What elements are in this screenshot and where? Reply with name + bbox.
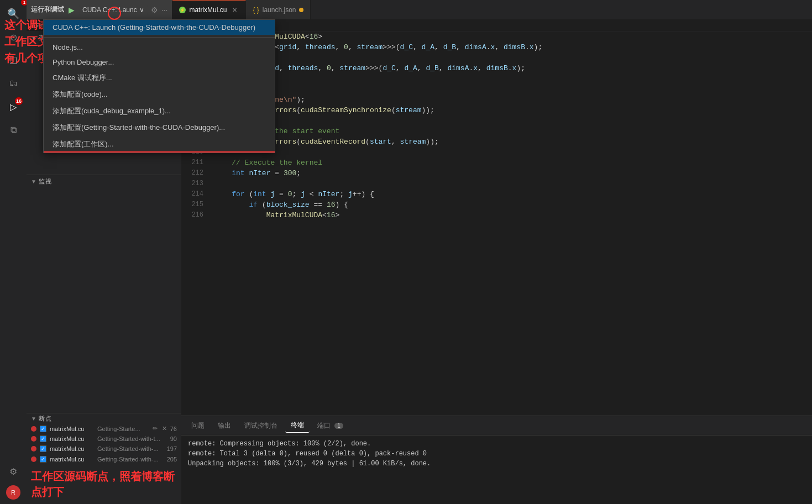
tab-problems[interactable]: 问题	[186, 419, 210, 433]
tab-close-matrixMul[interactable]: ✕	[230, 6, 239, 14]
code-line-215: if (block_size == 16) {	[214, 200, 812, 210]
debug-config-dropdown[interactable]: CUDA C++: Launc ∨	[79, 5, 148, 15]
dropdown-item-add-workspace[interactable]: 添加配置(工作区)...	[44, 136, 275, 153]
bp-checkbox-1[interactable]	[40, 426, 46, 432]
dropdown-item-cuda-launch[interactable]: CUDA C++: Launch (Getting-Started-with-t…	[44, 20, 275, 35]
code-editor[interactable]: 199 200 201 202 203 204 205 206 207 208 …	[181, 32, 812, 504]
bottom-tabs: 问题 输出 调试控制台 终端 端口 1	[181, 416, 812, 435]
code-line-210	[214, 147, 812, 158]
bp-condition-2: Getting-Started-with-t...	[97, 435, 167, 442]
dropdown-item-cmake[interactable]: CMake 调试程序...	[44, 70, 275, 86]
search-icon[interactable]: 🔍	[4, 4, 23, 23]
dropdown-item-cuda-launch-label: CUDA C++: Launch (Getting-Started-with-t…	[53, 23, 255, 32]
breakpoint-item-4[interactable]: matrixMul.cu Getting-Started-with-... 20…	[27, 454, 181, 464]
config-arrow: ∨	[139, 6, 144, 14]
code-line-216: MatrixMulCUDA<16>	[214, 210, 812, 221]
bp-checkbox-3[interactable]	[40, 445, 46, 452]
run-debug-label: 运行和调试	[31, 5, 64, 14]
code-line-200: <<<grid, threads, 0, stream>>>(d_C, d_A,…	[214, 42, 812, 53]
bp-filename-1: matrixMul.cu	[50, 426, 94, 432]
dropdown-item-add-cuda-label: 添加配置(cuda_debug_example_1)...	[53, 107, 171, 115]
dropdown-item-add-code[interactable]: 添加配置(code)...	[44, 86, 275, 103]
bp-checkbox-2[interactable]	[40, 435, 46, 442]
copy-icon[interactable]: ❑	[4, 51, 23, 70]
dropdown-item-add-getting-label: 添加配置(Getting-Started-with-the-CUDA-Debug…	[53, 123, 225, 132]
tab-port-badge: 1	[334, 423, 343, 429]
watch-section: ▼ 监视 这个调试配置是根据检测到的工作区文件夹里的 launch.json生成…	[27, 175, 181, 413]
bp-dot-2	[31, 436, 36, 442]
bp-condition-3: Getting-Started-with-...	[97, 445, 164, 452]
debug-gear-icon[interactable]: ⚙	[151, 6, 158, 14]
dropdown-item-nodejs[interactable]: Node.js...	[44, 40, 275, 55]
bp-condition-1: Getting-Starte...	[97, 426, 148, 432]
tab-output-label: 输出	[218, 422, 231, 429]
terminal-content[interactable]: remote: Compressing objects: 100% (2/2),…	[181, 435, 812, 504]
run-debug-icon[interactable]: ▷ 16	[4, 97, 23, 116]
terminal-line-3: Unpacking objects: 100% (3/3), 429 bytes…	[188, 459, 805, 469]
terminal-line-1: remote: Compressing objects: 100% (2/2),…	[188, 439, 805, 449]
debug-more-icon[interactable]: ···	[161, 6, 168, 14]
dropdown-item-add-cuda[interactable]: 添加配置(cuda_debug_example_1)...	[44, 103, 275, 119]
extensions-icon[interactable]: ⧉	[4, 120, 23, 139]
debug-config-label: CUDA C++: Launc	[82, 6, 137, 14]
tab-problems-label: 问题	[191, 422, 205, 429]
breakpoint-item-1[interactable]: matrixMul.cu Getting-Starte... ✏ ✕ 76	[27, 423, 181, 433]
dropdown-item-add-getting[interactable]: 添加配置(Getting-Started-with-the-CUDA-Debug…	[44, 119, 275, 136]
breakpoints-header[interactable]: ▼ 断点	[27, 413, 181, 423]
code-line-207	[214, 116, 812, 126]
bp-edit-1[interactable]: ✏	[153, 425, 158, 432]
code-line-201: }	[214, 53, 812, 63]
code-line-212: int nIter = 300;	[214, 168, 812, 179]
breakpoint-item-3[interactable]: matrixMul.cu Getting-Started-with-... 19…	[27, 444, 181, 454]
watch-label: 监视	[39, 177, 51, 186]
breakpoints-section: ▼ 断点 matrixMul.cu Getting-Starte... ✏ ✕ …	[27, 413, 181, 504]
code-line-202: <<<grid, threads, 0, stream>>>(d_C, d_A,…	[214, 63, 812, 74]
source-control-icon[interactable]: ⊙	[4, 28, 23, 46]
tab-matrixMul[interactable]: ⚡ matrixMul.cu ✕	[172, 0, 246, 19]
dropdown-item-python-label: Python Debugger...	[53, 58, 114, 66]
code-line-214: for (int j = 0; j < nIter; j++) {	[214, 189, 812, 200]
tab-launchJson[interactable]: { } launch.json	[246, 0, 311, 19]
bp-line-3: 197	[167, 445, 177, 452]
tab-modified-dot	[299, 8, 303, 12]
dropdown-menu: CUDA C++: Launch (Getting-Started-with-t…	[43, 19, 275, 153]
breakpoint-item-2[interactable]: matrixMul.cu Getting-Started-with-t... 9…	[27, 434, 181, 444]
watch-arrow: ▼	[31, 179, 36, 185]
settings-icon[interactable]: ⚙	[4, 462, 23, 481]
top-bar: 运行和调试 ▶ CUDA C++: Launc ∨ ⚙ ··· ⚡ matrix…	[27, 0, 812, 19]
code-line-204	[214, 84, 812, 95]
watch-header[interactable]: ▼ 监视	[27, 175, 181, 187]
tab-terminal-label: 终端	[291, 421, 304, 429]
tab-port[interactable]: 端口 1	[312, 419, 349, 433]
tab-debug-console[interactable]: 调试控制台	[239, 419, 283, 433]
terminal-line-2: remote: Total 3 (delta 0), reused 0 (del…	[188, 449, 805, 459]
bp-filename-3: matrixMul.cu	[50, 445, 94, 452]
code-line-199: matrixMulCUDA<16>	[214, 32, 812, 42]
tab-label-launchJson: launch.json	[263, 6, 296, 14]
bp-dot-4	[31, 456, 36, 462]
activity-bar-bottom: ⚙ R 1	[4, 462, 23, 504]
dropdown-divider-1	[44, 37, 275, 38]
dropdown-item-python[interactable]: Python Debugger...	[44, 55, 275, 70]
tab-port-label: 端口	[317, 422, 331, 429]
avatar[interactable]: R 1	[6, 485, 20, 500]
code-content: 199 200 201 202 203 204 205 206 207 208 …	[181, 32, 812, 416]
tab-output[interactable]: 输出	[212, 419, 237, 433]
bp-line-1: 76	[170, 426, 177, 432]
cuda-icon: ⚡	[179, 7, 186, 13]
variables-arrow: ▼	[31, 35, 36, 41]
activity-bar: 🔍 ⊙ ❑ 🗂 ▷ 16 ⧉ ⚙ R 1	[0, 0, 27, 504]
tab-debug-console-label: 调试控制台	[244, 422, 277, 429]
code-line-205: printf("done\n");	[214, 95, 812, 105]
bp-delete-1[interactable]: ✕	[162, 425, 167, 432]
code-line-206: checkCudaErrors(cudaStreamSynchronize(st…	[214, 105, 812, 116]
bp-dot-1	[31, 426, 36, 432]
bp-checkbox-4[interactable]	[40, 456, 46, 463]
bp-line-2: 90	[170, 435, 177, 442]
run-debug-badge: 16	[15, 97, 23, 105]
dropdown-item-nodejs-label: Node.js...	[53, 43, 83, 51]
folder-icon[interactable]: 🗂	[4, 74, 23, 93]
play-button[interactable]: ▶	[69, 6, 75, 14]
tab-terminal[interactable]: 终端	[285, 418, 310, 433]
code-line-203: }	[214, 74, 812, 84]
